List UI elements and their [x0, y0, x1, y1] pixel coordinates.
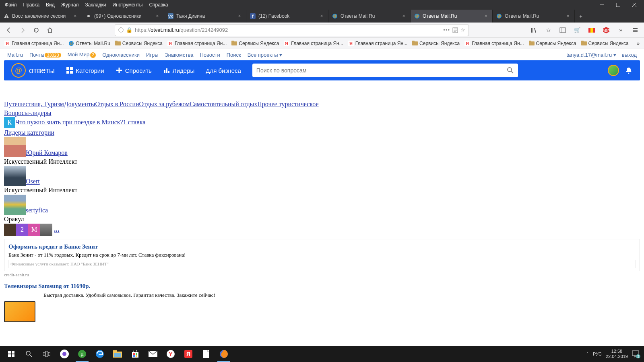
- user-email[interactable]: tanya.d.17@mail.ru ▾: [566, 52, 616, 58]
- tab-close-icon[interactable]: ×: [565, 13, 571, 19]
- bookmark-item[interactable]: @Ответы Mail.Ru: [66, 41, 112, 46]
- leader-name[interactable]: Osert: [26, 178, 40, 185]
- crumb-link[interactable]: Документы: [64, 101, 95, 107]
- yandex-red-icon[interactable]: Я: [180, 346, 197, 362]
- reader-icon[interactable]: [452, 27, 458, 33]
- mini-avatar[interactable]: М: [28, 224, 40, 236]
- search-input[interactable]: [256, 67, 507, 74]
- cart-icon[interactable]: 🛒: [572, 25, 583, 36]
- library-icon[interactable]: [528, 25, 539, 36]
- crumb-link[interactable]: Прочее туристическое: [257, 101, 318, 107]
- new-tab-button[interactable]: +: [575, 10, 587, 23]
- start-button[interactable]: [2, 346, 20, 362]
- toolbar-star-icon[interactable]: ✩: [543, 25, 554, 36]
- tab-close-icon[interactable]: ×: [318, 13, 325, 19]
- nav-categories[interactable]: Категории: [66, 67, 104, 74]
- tab-close-icon[interactable]: ×: [483, 13, 489, 19]
- adblock-icon[interactable]: ABP: [601, 25, 612, 36]
- nav-reload[interactable]: [31, 25, 42, 36]
- menu-file[interactable]: Файл: [2, 2, 20, 8]
- user-avatar[interactable]: [608, 65, 619, 76]
- tab-close-icon[interactable]: ×: [154, 13, 161, 19]
- mailnav-dating[interactable]: Знакомства: [165, 52, 194, 58]
- nav-home[interactable]: [44, 25, 56, 36]
- mailnav-ok[interactable]: Одноклассники: [102, 52, 140, 58]
- bookmarks-overflow[interactable]: »: [635, 41, 642, 46]
- browser-tab[interactable]: @Ответы Mail.Ru×: [328, 10, 411, 23]
- bookmark-item[interactable]: ЯГлавная страница Ян...: [165, 41, 229, 46]
- explorer-icon[interactable]: [109, 346, 126, 362]
- logout-link[interactable]: выход: [622, 52, 637, 58]
- window-close[interactable]: [626, 0, 642, 10]
- bookmark-item[interactable]: ЯГлавная страница Ян...: [462, 41, 526, 46]
- leader-avatar[interactable]: [4, 166, 26, 186]
- mailnav-news[interactable]: Новости: [200, 52, 220, 58]
- menu-bookmarks[interactable]: Закладки: [82, 2, 109, 8]
- menu-tools[interactable]: Инструменты: [109, 2, 146, 8]
- leader-name[interactable]: sertyfica: [26, 207, 48, 214]
- bookmark-item[interactable]: ЯГлавная страница Ян...: [346, 41, 409, 46]
- nav-back[interactable]: [3, 25, 14, 36]
- tab-close-icon[interactable]: ×: [236, 13, 243, 19]
- mailnav-search[interactable]: Поиск: [227, 52, 241, 58]
- notepad-icon[interactable]: [197, 346, 215, 362]
- category-leaders-link[interactable]: Лидеры категории: [4, 129, 54, 136]
- hamburger-icon[interactable]: [630, 25, 641, 36]
- bookmark-item[interactable]: ЯГлавная страница Ян...: [282, 41, 345, 46]
- mailnav-mailru[interactable]: Mail.ru: [7, 52, 23, 58]
- browser-tab[interactable]: (99+) Одноклассники×: [82, 10, 164, 23]
- tray-lang[interactable]: РУС: [593, 352, 602, 356]
- ad-block[interactable]: Оформить кредит в Банке Зенит Банк Зенит…: [4, 239, 640, 272]
- mail-icon[interactable]: [144, 346, 162, 362]
- bookmark-item[interactable]: ЯГлавная страница Ян...: [2, 41, 66, 46]
- tray-clock[interactable]: 12:58 22.04.2019: [606, 349, 628, 359]
- crumb-link[interactable]: Отдых в России: [95, 101, 139, 107]
- menu-help[interactable]: Справка: [146, 2, 171, 8]
- nav-ask[interactable]: Спросить: [116, 67, 152, 74]
- overflow-icon[interactable]: »: [615, 25, 626, 36]
- firefox-icon[interactable]: [215, 346, 233, 362]
- tab-close-icon[interactable]: ×: [72, 13, 78, 19]
- leader-avatar[interactable]: [4, 137, 26, 157]
- page-actions-icon[interactable]: •••: [443, 27, 450, 33]
- mini-avatar[interactable]: [40, 224, 52, 236]
- search-button[interactable]: [20, 346, 38, 362]
- menu-edit[interactable]: Правка: [20, 2, 43, 8]
- nav-forward[interactable]: [17, 25, 28, 36]
- browser-tab[interactable]: @Ответы Mail.Ru×: [411, 10, 493, 23]
- search-box[interactable]: [252, 64, 518, 77]
- mailnav-all[interactable]: Все проекты ▾: [248, 52, 283, 58]
- tray-chevron-icon[interactable]: ˄: [586, 352, 589, 357]
- taskview-button[interactable]: [38, 346, 56, 362]
- mailnav-moimir[interactable]: Мой Мир: [68, 51, 89, 58]
- yandex-icon[interactable]: Y: [162, 346, 180, 362]
- bookmark-item[interactable]: Сервисы Яндекса: [527, 41, 578, 46]
- site-info-icon[interactable]: ⓘ: [118, 27, 124, 34]
- crumb-link[interactable]: Путешествия, Туризм: [4, 101, 64, 107]
- url-bar[interactable]: ⓘ 🔒 https://otvet.mail.ru/question/21424…: [115, 24, 469, 36]
- bookmark-item[interactable]: Сервисы Яндекса: [229, 41, 281, 46]
- bookmark-star-icon[interactable]: ☆: [460, 27, 465, 33]
- bell-icon[interactable]: [625, 66, 633, 74]
- ad-block-2[interactable]: Телевизоры Samsung от 11690р. Быстрая до…: [4, 282, 640, 322]
- browser-tab[interactable]: !Восстановление сессии×: [0, 10, 82, 23]
- edge-icon[interactable]: [91, 346, 109, 362]
- more-dots[interactable]: ...: [54, 224, 60, 234]
- tray-notifications-icon[interactable]: 3: [632, 350, 639, 358]
- bet-link[interactable]: 1 ставка: [123, 119, 146, 125]
- utorrent-icon[interactable]: µ: [73, 346, 91, 362]
- window-maximize[interactable]: [610, 0, 626, 10]
- menu-view[interactable]: Вид: [43, 2, 58, 8]
- mini-avatar[interactable]: 2: [16, 224, 28, 236]
- crumb-link[interactable]: Отдых за рубежом: [139, 101, 190, 107]
- otvety-logo[interactable]: @ ответы: [11, 63, 55, 78]
- menu-history[interactable]: Журнал: [58, 2, 82, 8]
- browser-tab[interactable]: f(12) Facebook×: [246, 10, 328, 23]
- mini-avatar[interactable]: [4, 224, 16, 236]
- sidebar-icon[interactable]: [557, 25, 568, 36]
- mailnav-games[interactable]: Игры: [146, 52, 159, 58]
- tab-close-icon[interactable]: ×: [400, 13, 407, 19]
- leader-avatar[interactable]: [4, 195, 26, 215]
- window-minimize[interactable]: [594, 0, 610, 10]
- search-icon[interactable]: [507, 67, 514, 74]
